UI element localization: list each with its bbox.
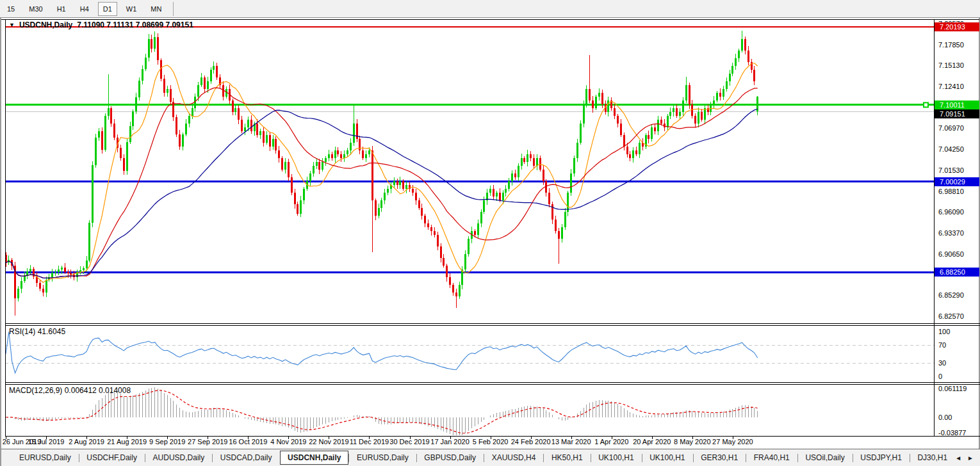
price-badge: 6.88250 xyxy=(935,268,979,277)
price-tick-label: 6.93370 xyxy=(938,229,964,237)
date-label: 30 Dec 2019 xyxy=(389,438,429,446)
trading-terminal: 15M30H1H4D1W1MN ▼ USDCNH,Daily 7.11090 7… xyxy=(0,0,980,466)
chart-symbol-title: USDCNH,Daily xyxy=(19,20,72,29)
timeframe-button-w1[interactable]: W1 xyxy=(121,2,142,16)
chart-tab-uk100[interactable]: UK100,H1 xyxy=(591,451,641,465)
rsi-tick-label: 70 xyxy=(938,341,946,349)
moving-average-60 xyxy=(6,109,758,278)
date-label: 17 Jan 2020 xyxy=(430,438,470,446)
chart-tab-usdcnh[interactable]: USDCNH,Daily xyxy=(280,451,348,465)
date-label: 20 Apr 2020 xyxy=(633,438,671,446)
price-tick-label: 6.82570 xyxy=(938,312,964,320)
timeframe-button-h4[interactable]: H4 xyxy=(75,2,94,16)
date-label: 1 Apr 2020 xyxy=(594,438,628,446)
chart-tab-usoil[interactable]: USOil,Daily xyxy=(797,451,852,465)
macd-tick-label: -0.03877 xyxy=(938,429,966,437)
main-rsi-splitter-a[interactable] xyxy=(5,323,980,324)
price-badge: 7.00029 xyxy=(935,177,979,186)
main-price-chart[interactable] xyxy=(5,19,934,323)
date-label: 13 Mar 2020 xyxy=(551,438,591,446)
rsi-tick-label: 30 xyxy=(938,359,946,367)
macd-bottom-border xyxy=(5,436,980,437)
price-tick-label: 6.90650 xyxy=(938,250,964,258)
price-badge: 7.10011 xyxy=(935,100,979,109)
date-label: 27 May 2020 xyxy=(712,438,753,446)
chart-tab-uk100[interactable]: UK100,H1 xyxy=(642,451,692,465)
moving-average-10 xyxy=(6,63,758,283)
price-tick-label: 7.04250 xyxy=(938,145,964,153)
timeframe-button-d1[interactable]: D1 xyxy=(98,2,117,16)
rsi-macd-splitter-a[interactable] xyxy=(5,382,980,383)
rsi-label: RSI(14) 41.6045 xyxy=(9,327,65,336)
toolbar-separator xyxy=(173,2,174,16)
date-label: 8 May 2020 xyxy=(674,438,710,446)
price-tick-label: 7.12410 xyxy=(938,83,964,90)
chart-frame-top xyxy=(1,19,979,20)
rsi-panel-chart[interactable] xyxy=(5,325,934,382)
chart-menu-icon[interactable]: ▼ xyxy=(9,22,15,28)
macd-label: MACD(12,26,9) 0.006412 0.014008 xyxy=(9,386,131,395)
chart-tab-gbpusd[interactable]: GBPUSD,Daily xyxy=(416,451,484,465)
price-tick-label: 6.85290 xyxy=(938,291,964,299)
tab-scroll-right-icon[interactable]: ► xyxy=(967,454,974,462)
timeframe-button-15[interactable]: 15 xyxy=(2,2,20,16)
chart-tab-eurusd[interactable]: EURUSD,Daily xyxy=(12,451,79,465)
date-label: 24 Feb 2020 xyxy=(511,438,551,446)
price-tick-label: 7.01530 xyxy=(938,166,964,174)
date-label: 9 Sep 2019 xyxy=(149,438,185,446)
date-label: 27 Sep 2019 xyxy=(188,438,227,446)
rsi-macd-splitter-b[interactable] xyxy=(5,384,980,385)
macd-tick-label: 0.061119 xyxy=(938,385,967,392)
date-label: 5 Feb 2020 xyxy=(473,438,509,446)
timeframe-toolbar: 15M30H1H4D1W1MN xyxy=(0,0,980,18)
price-tick-label: 7.15130 xyxy=(938,61,964,69)
macd-panel-chart[interactable] xyxy=(5,384,934,436)
chart-tab-ger30[interactable]: GER30,H1 xyxy=(693,451,746,465)
chart-tab-usdcad[interactable]: USDCAD,Daily xyxy=(213,451,280,465)
date-label: 15 Jul 2019 xyxy=(28,438,65,446)
price-badge: 7.09151 xyxy=(935,109,979,118)
chart-tab-hk50[interactable]: HK50,H1 xyxy=(544,451,591,465)
rsi-tick-label: 100 xyxy=(938,328,950,335)
date-label: 21 Aug 2019 xyxy=(107,438,147,446)
rsi-tick-label: 0 xyxy=(938,373,942,380)
rsi-line xyxy=(6,332,758,373)
chart-tab-fra40[interactable]: FRA40,H1 xyxy=(746,451,797,465)
plot-left-border xyxy=(5,19,6,437)
chart-ohlc-values: 7.11090 7.11131 7.08699 7.09151 xyxy=(77,20,193,29)
price-tick-label: 6.98810 xyxy=(938,188,964,195)
macd-tick-label: 0.00 xyxy=(938,414,952,421)
main-rsi-splitter-b[interactable] xyxy=(5,325,980,326)
tab-scroll-arrows: ◄► xyxy=(955,454,980,462)
chart-tab-audusd[interactable]: AUDUSD,Daily xyxy=(145,451,213,465)
price-tick-label: 6.96090 xyxy=(938,208,964,216)
chart-tab-xauusd[interactable]: XAUUSD,H4 xyxy=(484,451,544,465)
date-label: 11 Dec 2019 xyxy=(350,438,389,446)
price-tick-label: 7.06970 xyxy=(938,124,964,132)
line-end-marker xyxy=(924,102,928,107)
price-tick-label: 7.17850 xyxy=(938,41,964,49)
macd-signal-line xyxy=(6,390,758,433)
date-label: 16 Oct 2019 xyxy=(229,438,267,446)
price-axis-border xyxy=(934,19,935,437)
timeframe-button-h1[interactable]: H1 xyxy=(52,2,71,16)
timeframe-button-m30[interactable]: M30 xyxy=(24,2,47,16)
date-label: 2 Aug 2019 xyxy=(69,438,104,446)
moving-average-25 xyxy=(6,88,758,278)
chart-tab-bar: EURUSD,DailyUSDCHF,DailyAUDUSD,DailyUSDC… xyxy=(0,449,980,466)
date-label: 4 Nov 2019 xyxy=(270,438,306,446)
chart-tab-usdjpy[interactable]: USDJPY,H1 xyxy=(853,451,909,465)
chart-tab-dj30[interactable]: DJ30,H1 xyxy=(910,451,955,465)
window-left-edge xyxy=(0,18,1,466)
chart-header: ▼ USDCNH,Daily 7.11090 7.11131 7.08699 7… xyxy=(9,20,193,29)
date-label: 22 Nov 2019 xyxy=(309,438,348,446)
tab-scroll-left-icon[interactable]: ◄ xyxy=(955,454,961,462)
timeframe-button-mn[interactable]: MN xyxy=(145,2,167,16)
chart-tab-eurusd[interactable]: EURUSD,Daily xyxy=(349,451,416,465)
price-badge: 7.20193 xyxy=(935,22,979,31)
chart-tab-usdchf[interactable]: USDCHF,Daily xyxy=(79,451,145,465)
